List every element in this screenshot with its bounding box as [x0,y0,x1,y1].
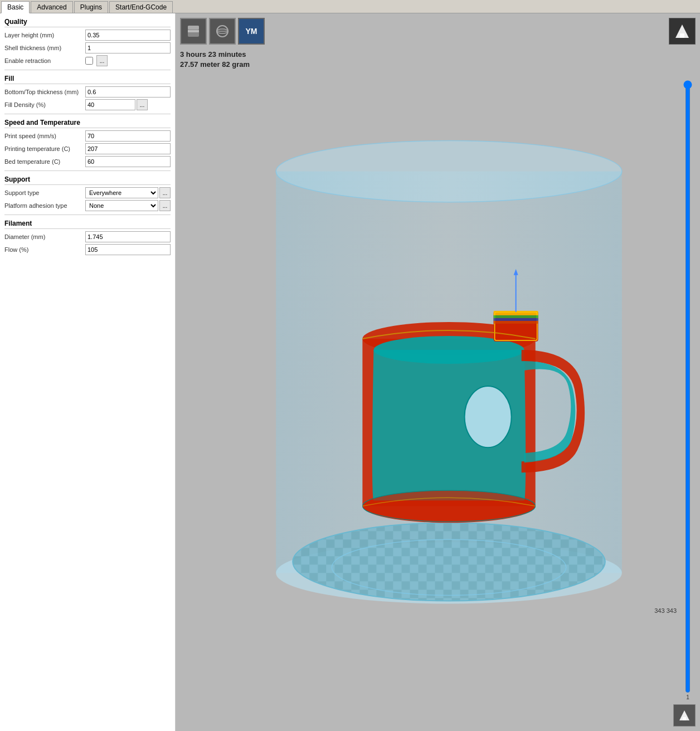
printing-temp-row: Printing temperature (C) [4,143,171,154]
layer-slider[interactable] [682,80,693,693]
bottom-top-label: Bottom/Top thickness (mm) [4,89,85,95]
svg-rect-26 [494,315,538,318]
printing-temp-label: Printing temperature (C) [4,145,85,152]
support-type-label: Support type [4,189,85,196]
bottom-top-row: Bottom/Top thickness (mm) [4,86,171,98]
right-panel: YM 3 hours 23 minutes 27.57 meter 82 gra… [176,13,700,731]
filament-section-title: Filament [4,220,171,229]
tab-plugins[interactable]: Plugins [74,1,108,13]
bottom-top-input[interactable] [85,86,171,98]
print-speed-label: Print speed (mm/s) [4,133,85,139]
fill-density-ellipsis-button[interactable]: ... [137,99,148,110]
main-layout: Quality Layer height (mm) Shell thicknes… [0,13,700,731]
tab-start-end-gcode[interactable]: Start/End-GCode [109,1,173,13]
print-speed-input[interactable] [85,130,171,142]
layer-height-row: Layer height (mm) [4,30,171,41]
flow-row: Flow (%) [4,244,171,255]
enable-retraction-row: Enable retraction ... [4,55,171,66]
print-speed-row: Print speed (mm/s) [4,130,171,142]
tab-basic[interactable]: Basic [1,1,30,13]
platform-adhesion-row: Platform adhesion type None Brim Raft ..… [4,200,171,211]
support-type-ellipsis-button[interactable]: ... [159,187,171,198]
platform-adhesion-select[interactable]: None Brim Raft [85,200,158,211]
slider-min-label: 1 [686,694,689,700]
platform-adhesion-select-wrapper: None Brim Raft ... [85,200,171,211]
bed-temp-input[interactable] [85,156,171,167]
tab-advanced[interactable]: Advanced [31,1,72,13]
left-panel: Quality Layer height (mm) Shell thicknes… [0,13,176,731]
fill-density-label: Fill Density (%) [4,101,85,108]
flow-input[interactable] [85,244,171,255]
fill-density-input[interactable] [85,99,135,110]
shell-thickness-row: Shell thickness (mm) [4,42,171,53]
diameter-row: Diameter (mm) [4,231,171,242]
bed-temp-label: Bed temperature (C) [4,158,85,165]
layer-height-input[interactable] [85,30,171,41]
svg-rect-28 [494,321,538,324]
slider-coords: 343 343 [654,607,677,614]
enable-retraction-label: Enable retraction [4,57,85,64]
diameter-input[interactable] [85,231,171,242]
shell-thickness-label: Shell thickness (mm) [4,45,85,51]
svg-rect-27 [494,318,538,321]
platform-adhesion-label: Platform adhesion type [4,202,85,209]
diameter-label: Diameter (mm) [4,233,85,240]
quality-section-title: Quality [4,18,171,27]
bottom-right-icon-button[interactable] [673,704,696,727]
support-type-select-wrapper: None Everywhere Touching buildplate ... [85,187,171,198]
shell-thickness-input[interactable] [85,42,171,53]
printing-temp-input[interactable] [85,143,171,154]
tab-bar: Basic Advanced Plugins Start/End-GCode [0,0,700,13]
bottom-right-icon [678,709,691,722]
support-section-title: Support [4,176,171,185]
fill-density-row: Fill Density (%) ... [4,99,171,110]
bed-temp-row: Bed temperature (C) [4,156,171,167]
slider-container: 1 [682,80,693,700]
enable-retraction-checkbox[interactable] [85,57,93,65]
platform-adhesion-ellipsis-button[interactable]: ... [159,200,171,211]
flow-label: Flow (%) [4,246,85,253]
svg-rect-34 [683,717,686,720]
fill-section-title: Fill [4,75,171,84]
support-type-row: Support type None Everywhere Touching bu… [4,187,171,198]
speed-section-title: Speed and Temperature [4,119,171,128]
layer-height-label: Layer height (mm) [4,32,85,38]
support-type-select[interactable]: None Everywhere Touching buildplate [85,187,158,198]
3d-scene [176,13,700,731]
retraction-ellipsis-button[interactable]: ... [96,55,108,66]
